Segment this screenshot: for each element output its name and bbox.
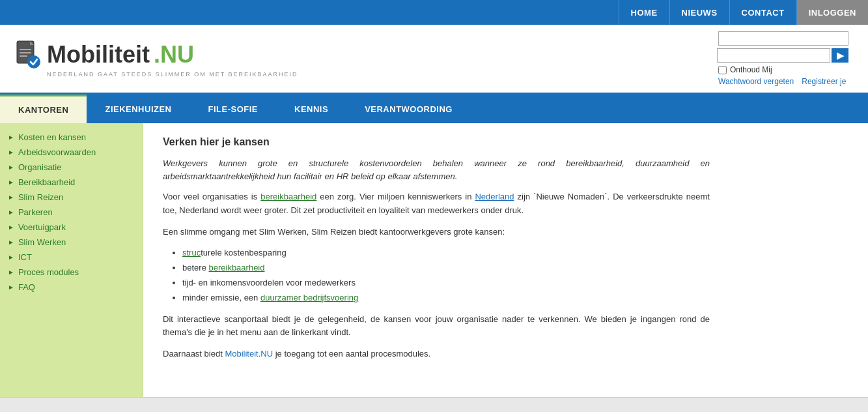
sidebar-label-kosten-kansen: Kosten en kansen bbox=[18, 132, 86, 142]
arrow-icon: ► bbox=[8, 224, 14, 231]
sidebar-item-organisatie[interactable]: ► Organisatie bbox=[0, 160, 143, 175]
logo-nu: .NU bbox=[154, 41, 194, 68]
mobiliteit-nu-link[interactable]: Mobiliteit.NU bbox=[225, 349, 273, 359]
bullet-4: minder emissie, een duurzamer bedrijfsvo… bbox=[182, 291, 710, 305]
bullet-2: betere bereikbaarheid bbox=[182, 261, 710, 275]
para4: Daarnaast biedt Mobiliteit.NU je toegang… bbox=[163, 347, 710, 361]
main-navigation: KANTOREN ZIEKENHUIZEN FILE-SOFIE KENNIS … bbox=[0, 95, 868, 123]
sidebar-label-bereikbaarheid: Bereikbaarheid bbox=[18, 177, 75, 187]
sidebar-label-organisatie: Organisatie bbox=[18, 162, 61, 172]
arrow-icon: ► bbox=[8, 254, 14, 261]
site-header: Mobiliteit.NU NEDERLAND GAAT STEEDS SLIM… bbox=[0, 25, 868, 95]
page-title: Verken hier je kansen bbox=[163, 136, 710, 148]
sidebar-item-proces-modules[interactable]: ► Proces modules bbox=[0, 265, 143, 280]
arrow-icon: ► bbox=[8, 134, 14, 141]
nederland-link[interactable]: Nederland bbox=[475, 192, 514, 201]
mainnav-file-sofie[interactable]: FILE-SOFIE bbox=[190, 95, 277, 123]
logo-subtitle: NEDERLAND GAAT STEEDS SLIMMER OM MET BER… bbox=[47, 71, 298, 78]
site-logo: Mobiliteit.NU bbox=[13, 40, 298, 70]
nav-home[interactable]: HOME bbox=[619, 0, 669, 25]
sidebar-item-faq[interactable]: ► FAQ bbox=[0, 280, 143, 295]
arrow-icon: ► bbox=[8, 179, 14, 186]
remember-me-label: Onthoud Mij bbox=[730, 65, 772, 74]
bullet-list-wrapper: structurele kostenbesparing betere berei… bbox=[163, 246, 710, 304]
svg-rect-5 bbox=[20, 55, 27, 57]
sidebar-label-proces-modules: Proces modules bbox=[18, 267, 79, 277]
para2: Een slimme omgang met Slim Werken, Slim … bbox=[163, 226, 710, 239]
intro-paragraph: Werkgevers kunnen grote en structurele k… bbox=[163, 157, 710, 183]
sidebar-label-faq: FAQ bbox=[18, 282, 35, 292]
top-navigation: HOME NIEUWS CONTACT INLOGGEN bbox=[0, 0, 868, 25]
login-submit-button[interactable]: ▶ bbox=[832, 48, 848, 63]
main-content: Verken hier je kansen Werkgevers kunnen … bbox=[143, 123, 729, 397]
content-wrapper: ► Kosten en kansen ► Arbeidsvoorwaarden … bbox=[0, 123, 868, 397]
sidebar-label-slim-reizen: Slim Reizen bbox=[18, 192, 63, 202]
arrow-icon: ► bbox=[8, 149, 14, 156]
arrow-icon: ► bbox=[8, 239, 14, 246]
para4-prefix: Daarnaast biedt bbox=[163, 349, 225, 359]
arrow-icon: ► bbox=[8, 209, 14, 216]
bullets-list: structurele kostenbesparing betere berei… bbox=[182, 246, 710, 304]
sidebar-item-arbeidsvoorwaarden[interactable]: ► Arbeidsvoorwaarden bbox=[0, 145, 143, 160]
nav-contact[interactable]: CONTACT bbox=[729, 0, 796, 25]
logo-icon bbox=[13, 40, 43, 70]
para3: Dit interactieve scanportaal biedt je de… bbox=[163, 313, 710, 340]
arrow-icon: ► bbox=[8, 284, 14, 291]
sidebar: ► Kosten en kansen ► Arbeidsvoorwaarden … bbox=[0, 123, 143, 397]
sidebar-item-bereikbaarheid[interactable]: ► Bereikbaarheid bbox=[0, 175, 143, 190]
mainnav-kantoren[interactable]: KANTOREN bbox=[0, 95, 87, 123]
mainnav-verantwoording[interactable]: VERANTWOORDING bbox=[346, 95, 471, 123]
sidebar-label-ict: ICT bbox=[18, 252, 32, 262]
arrow-icon: ► bbox=[8, 164, 14, 171]
sidebar-label-parkeren: Parkeren bbox=[18, 207, 53, 217]
para2-text: Een slimme omgang met Slim Werken, Slim … bbox=[163, 227, 505, 237]
sidebar-label-slim-werken: Slim Werken bbox=[18, 237, 66, 247]
nav-inloggen[interactable]: INLOGGEN bbox=[796, 0, 868, 25]
para1: Voor veel organisaties is bereikbaarheid… bbox=[163, 190, 710, 218]
sidebar-item-kosten-kansen[interactable]: ► Kosten en kansen bbox=[0, 130, 143, 145]
mainnav-kennis[interactable]: KENNIS bbox=[276, 95, 346, 123]
para4-suffix: je toegang tot een aantal procesmodules. bbox=[273, 349, 430, 359]
sidebar-item-voertuigpark[interactable]: ► Voertuigpark bbox=[0, 220, 143, 235]
remember-me-checkbox[interactable] bbox=[718, 66, 727, 74]
sidebar-item-slim-reizen[interactable]: ► Slim Reizen bbox=[0, 190, 143, 205]
bullet-3: tijd- en inkomensvoordelen voor medewerk… bbox=[182, 276, 710, 290]
login-form: ▶ Onthoud Mij Wachtwoord vergeten Regist… bbox=[717, 31, 855, 86]
forgot-password-link[interactable]: Wachtwoord vergeten bbox=[718, 77, 794, 86]
arrow-icon: ► bbox=[8, 194, 14, 201]
logo-mobiliteit: Mobiliteit bbox=[47, 41, 150, 68]
sidebar-item-parkeren[interactable]: ► Parkeren bbox=[0, 205, 143, 220]
bullet-1: structurele kostenbesparing bbox=[182, 246, 710, 260]
svg-point-6 bbox=[27, 55, 40, 68]
svg-rect-3 bbox=[20, 49, 31, 50]
mainnav-ziekenhuizen[interactable]: ZIEKENHUIZEN bbox=[87, 95, 189, 123]
register-link[interactable]: Registreer je bbox=[802, 77, 846, 86]
arrow-icon: ► bbox=[8, 269, 14, 276]
sidebar-label-voertuigpark: Voertuigpark bbox=[18, 222, 66, 232]
footer bbox=[0, 397, 868, 412]
password-input[interactable] bbox=[717, 48, 830, 63]
nav-nieuws[interactable]: NIEUWS bbox=[669, 0, 729, 25]
sidebar-item-slim-werken[interactable]: ► Slim Werken bbox=[0, 235, 143, 250]
username-input[interactable] bbox=[718, 31, 848, 46]
sidebar-item-ict[interactable]: ► ICT bbox=[0, 250, 143, 265]
sidebar-label-arbeidsvoorwaarden: Arbeidsvoorwaarden bbox=[18, 147, 96, 157]
bereikbaarheid-link[interactable]: bereikbaarheid bbox=[260, 192, 316, 201]
svg-rect-4 bbox=[20, 52, 31, 53]
logo-area: Mobiliteit.NU NEDERLAND GAAT STEEDS SLIM… bbox=[13, 40, 298, 78]
